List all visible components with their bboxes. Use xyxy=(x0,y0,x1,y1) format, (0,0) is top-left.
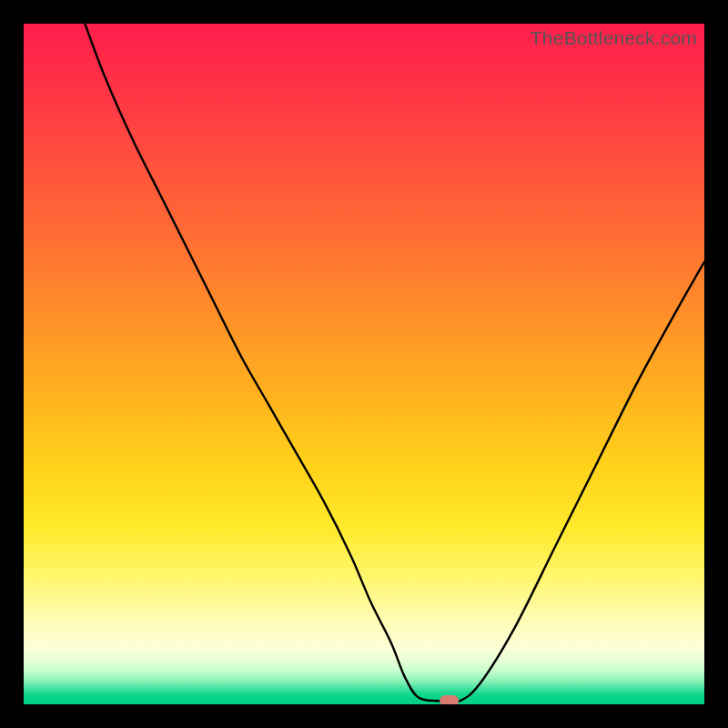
chart-frame: TheBottleneck.com xyxy=(0,0,728,728)
plot-area: TheBottleneck.com xyxy=(24,24,704,704)
optimal-point-marker xyxy=(440,695,460,704)
bottleneck-curve-path xyxy=(85,24,704,703)
bottleneck-curve xyxy=(24,24,704,704)
